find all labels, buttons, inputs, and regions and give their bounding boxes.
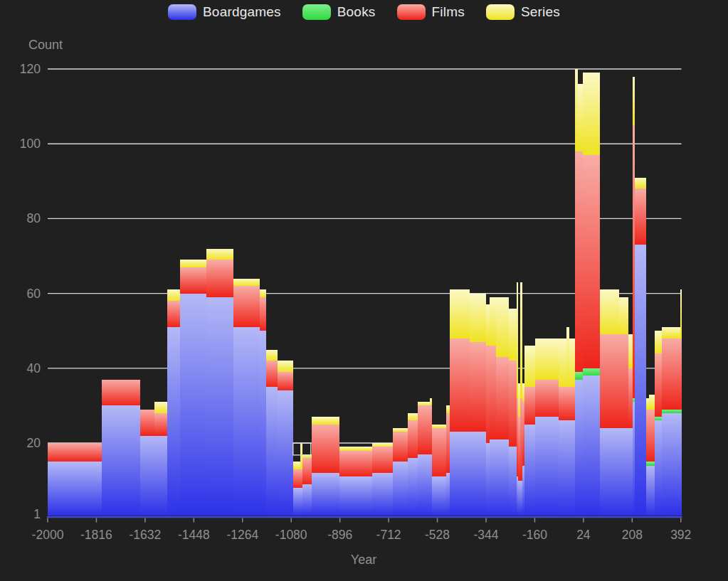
bar-segment-boardgames[interactable] [470, 432, 487, 516]
bar-segment-films[interactable] [372, 447, 394, 473]
bar-segment-books[interactable] [680, 410, 682, 413]
bar-segment-films[interactable] [180, 267, 206, 294]
bar-segment-series[interactable] [509, 309, 517, 361]
bar-segment-films[interactable] [535, 380, 559, 417]
bar-segment-films[interactable] [432, 428, 447, 476]
bar-segment-films[interactable] [278, 372, 293, 390]
bar-segment-films[interactable] [578, 151, 584, 372]
bar-segment-series[interactable] [339, 447, 372, 450]
bar-segment-films[interactable] [522, 402, 524, 465]
bar-segment-boardgames[interactable] [655, 420, 663, 516]
bar-segment-books[interactable] [578, 372, 584, 380]
bar-segment-boardgames[interactable] [233, 327, 260, 516]
bar-segment-boardgames[interactable] [646, 466, 650, 516]
bar-segment-series[interactable] [583, 73, 600, 155]
bar-segment-boardgames[interactable] [260, 331, 266, 516]
bar-segment-boardgames[interactable] [649, 466, 655, 516]
bar-segment-boardgames[interactable] [524, 425, 536, 516]
bar-segment-series[interactable] [569, 339, 575, 387]
bar-segment-films[interactable] [583, 155, 600, 368]
bar-segment-series[interactable] [206, 249, 233, 260]
bar-segment-boardgames[interactable] [619, 428, 629, 516]
bar-segment-films[interactable] [470, 342, 487, 432]
bar-segment-films[interactable] [154, 413, 167, 436]
bar-segment-boardgames[interactable] [266, 387, 278, 516]
bar-segment-series[interactable] [522, 383, 524, 402]
bar-segment-films[interactable] [520, 398, 522, 481]
bar-segment-series[interactable] [524, 346, 536, 387]
bar-segment-films[interactable] [649, 410, 655, 462]
bar-segment-series[interactable] [578, 84, 584, 151]
bar-segment-series[interactable] [372, 443, 394, 447]
bar-segment-series[interactable] [628, 334, 633, 368]
bar-segment-boardgames[interactable] [393, 462, 408, 516]
bar-segment-films[interactable] [600, 334, 620, 428]
bar-segment-series[interactable] [496, 297, 509, 357]
bar-segment-boardgames[interactable] [575, 380, 579, 516]
bar-segment-series[interactable] [260, 289, 266, 297]
bar-segment-series[interactable] [566, 327, 570, 387]
bar-segment-series[interactable] [619, 297, 629, 335]
bar-segment-boardgames[interactable] [535, 417, 559, 516]
bar-segment-series[interactable] [518, 383, 520, 417]
bar-segment-boardgames[interactable] [486, 443, 490, 516]
bar-segment-films[interactable] [302, 458, 312, 484]
bar-segment-boardgames[interactable] [600, 428, 620, 516]
bar-segment-series[interactable] [649, 395, 655, 410]
bar-segment-films[interactable] [300, 469, 302, 488]
bar-segment-films[interactable] [446, 413, 450, 473]
bar-segment-boardgames[interactable] [628, 428, 633, 516]
bar-segment-films[interactable] [619, 334, 629, 428]
bar-segment-films[interactable] [655, 353, 663, 417]
bar-segment-films[interactable] [633, 125, 635, 398]
bar-segment-boardgames[interactable] [566, 420, 570, 516]
bar-segment-boardgames[interactable] [518, 481, 520, 516]
bar-segment-films[interactable] [509, 361, 517, 447]
bar-segment-boardgames[interactable] [372, 473, 394, 516]
bar-segment-boardgames[interactable] [140, 436, 155, 516]
bar-segment-series[interactable] [393, 428, 408, 432]
bar-segment-boardgames[interactable] [293, 488, 301, 516]
bar-segment-series[interactable] [293, 462, 301, 469]
bar-segment-series[interactable] [450, 289, 470, 338]
bar-segment-films[interactable] [233, 286, 260, 327]
bar-segment-boardgames[interactable] [102, 405, 140, 516]
bar-segment-boardgames[interactable] [520, 481, 522, 516]
bar-segment-boardgames[interactable] [432, 476, 447, 516]
bar-segment-series[interactable] [490, 297, 496, 346]
bar-segment-books[interactable] [583, 368, 600, 376]
bar-segment-boardgames[interactable] [559, 420, 567, 516]
bar-segment-boardgames[interactable] [312, 473, 340, 516]
bar-segment-series[interactable] [680, 289, 682, 338]
bar-segment-films[interactable] [102, 380, 140, 406]
bar-segment-films[interactable] [393, 432, 408, 462]
bar-segment-series[interactable] [418, 402, 431, 405]
bar-segment-series[interactable] [633, 77, 635, 125]
bar-segment-boardgames[interactable] [418, 454, 431, 516]
bar-segment-series[interactable] [278, 361, 293, 372]
bar-segment-films[interactable] [496, 357, 509, 439]
bar-segment-boardgames[interactable] [446, 473, 450, 516]
bar-segment-boardgames[interactable] [662, 413, 681, 516]
bar-segment-boardgames[interactable] [154, 436, 167, 516]
bar-segment-books[interactable] [662, 410, 681, 413]
bar-segment-films[interactable] [339, 451, 372, 477]
bar-segment-films[interactable] [486, 346, 490, 443]
bar-segment-boardgames[interactable] [206, 297, 233, 516]
bar-segment-boardgames[interactable] [680, 413, 682, 516]
bar-segment-books[interactable] [646, 462, 650, 465]
bar-segment-films[interactable] [559, 387, 567, 420]
bar-segment-boardgames[interactable] [180, 294, 206, 516]
bar-segment-series[interactable] [154, 402, 167, 413]
bar-segment-series[interactable] [233, 279, 260, 287]
bar-segment-films[interactable] [266, 361, 278, 387]
bar-segment-films[interactable] [569, 387, 575, 420]
bar-segment-series[interactable] [662, 327, 681, 339]
bar-segment-series[interactable] [635, 178, 646, 189]
bar-segment-boardgames[interactable] [278, 390, 293, 516]
bar-segment-films[interactable] [490, 346, 496, 439]
bar-segment-series[interactable] [446, 405, 450, 413]
bar-segment-boardgames[interactable] [583, 375, 600, 516]
bar-segment-films[interactable] [575, 151, 579, 372]
bar-segment-boardgames[interactable] [522, 466, 524, 516]
